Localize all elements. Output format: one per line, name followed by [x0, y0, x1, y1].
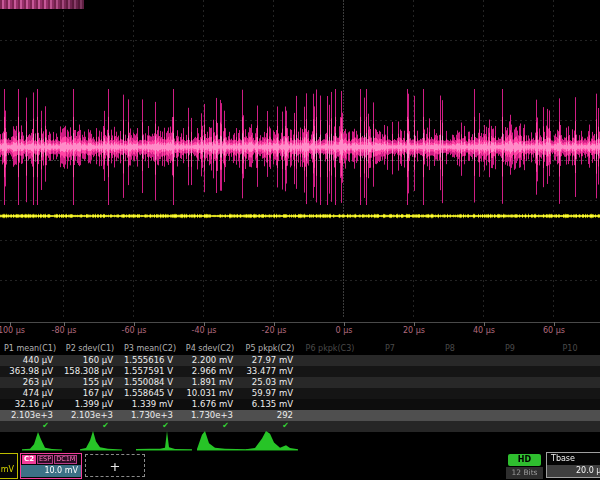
measurement-value — [480, 377, 540, 388]
measurement-value — [540, 355, 600, 366]
add-trace-button[interactable]: + — [85, 454, 145, 477]
hd-bits-label: 12 Bits — [506, 467, 543, 479]
measurement-value — [480, 399, 540, 410]
measurement-value — [420, 355, 480, 366]
measurement-value: 6.135 mV — [240, 399, 300, 410]
measurement-value: 474 µV — [0, 388, 60, 399]
measurement-value — [300, 388, 360, 399]
measurement-value: 1.558645 V — [120, 388, 180, 399]
param-header-2[interactable]: P2 sdev(C1) — [60, 342, 120, 355]
trace-annotation-badge — [0, 0, 84, 9]
measurement-value: 1.555616 V — [120, 355, 180, 366]
time-axis-line — [0, 322, 600, 323]
measurement-value — [540, 377, 600, 388]
measurement-value — [300, 410, 360, 421]
measurement-value: 2.103e+3 — [0, 410, 60, 421]
timebase-label: Tbase — [547, 453, 600, 465]
param-header-10[interactable]: P10 — [540, 342, 600, 355]
param-header-5[interactable]: P5 pkpk(C2) — [240, 342, 300, 355]
time-axis-label: -100 µs — [0, 326, 25, 335]
time-axis: -100 µs-80 µs-60 µs-40 µs-20 µs0 µs20 µs… — [0, 318, 600, 342]
time-axis-label: -20 µs — [262, 326, 287, 335]
measurement-value: 292 — [240, 410, 300, 421]
param-header-3[interactable]: P3 mean(C2) — [120, 342, 180, 355]
measurement-value: 1.557591 V — [120, 366, 180, 377]
measurement-value: 2.200 mV — [180, 355, 240, 366]
measurement-value: 25.03 mV — [240, 377, 300, 388]
time-axis-label: 20 µs — [403, 326, 425, 335]
measurement-value — [420, 366, 480, 377]
measurement-value: 158.308 µV — [60, 366, 120, 377]
measurement-value: 33.477 mV — [240, 366, 300, 377]
measurement-value: 155 µV — [60, 377, 120, 388]
channel-c1-descriptor[interactable]: C1 DC1M 10.0 mV — [0, 453, 18, 479]
measurement-value — [360, 399, 420, 410]
time-axis-label: -40 µs — [192, 326, 217, 335]
measurement-value — [480, 410, 540, 421]
measurement-value — [300, 355, 360, 366]
time-axis-label: 0 µs — [336, 326, 353, 335]
measurement-value: 32.16 µV — [0, 399, 60, 410]
channel-c2-descriptor[interactable]: C2 ESP DC1M 10.0 mV — [20, 453, 82, 479]
measurement-value — [420, 399, 480, 410]
oscilloscope-screen: -100 µs-80 µs-60 µs-40 µs-20 µs0 µs20 µs… — [0, 0, 600, 480]
measurement-value — [300, 377, 360, 388]
measurement-value — [540, 410, 600, 421]
measurement-value: 263 µV — [0, 377, 60, 388]
param-header-7[interactable]: P7 — [360, 342, 420, 355]
measurement-value — [540, 388, 600, 399]
measurement-value: 1.339 mV — [120, 399, 180, 410]
measurement-value: 1.676 mV — [180, 399, 240, 410]
measurement-value: 363.98 µV — [0, 366, 60, 377]
c1-vertical-scale: 10.0 mV — [0, 464, 17, 476]
param-header-8[interactable]: P8 — [420, 342, 480, 355]
measurement-value: 2.103e+3 — [60, 410, 120, 421]
measurement-value — [480, 366, 540, 377]
time-axis-label: -80 µs — [52, 326, 77, 335]
measurement-value — [480, 355, 540, 366]
measurement-value: 1.730e+3 — [120, 410, 180, 421]
waveform-grid[interactable] — [0, 0, 600, 318]
measurement-value — [420, 377, 480, 388]
time-axis-label: 60 µs — [543, 326, 565, 335]
measurement-value — [420, 410, 480, 421]
measurement-value — [360, 410, 420, 421]
param-header-9[interactable]: P9 — [480, 342, 540, 355]
measurement-value — [540, 399, 600, 410]
hd-mode-badge[interactable]: HD — [508, 454, 541, 466]
measurement-value — [360, 377, 420, 388]
timebase-descriptor[interactable]: Tbase 20.0 µs — [546, 452, 600, 478]
measurement-value — [300, 366, 360, 377]
param-header-4[interactable]: P4 sdev(C2) — [180, 342, 240, 355]
measurement-value: 440 µV — [0, 355, 60, 366]
param-header-1[interactable]: P1 mean(C1) — [0, 342, 60, 355]
measurement-value — [360, 366, 420, 377]
measurement-table: P1 mean(C1)P2 sdev(C1)P3 mean(C2)P4 sdev… — [0, 342, 600, 432]
measurement-value: 1.891 mV — [180, 377, 240, 388]
bottom-bar: C1 DC1M 10.0 mV C2 ESP DC1M 10.0 mV + HD… — [0, 451, 600, 480]
c2-label: C2 — [22, 455, 36, 464]
measurement-value: 1.730e+3 — [180, 410, 240, 421]
c2-vertical-scale: 10.0 mV — [21, 465, 81, 477]
measurement-value: 2.966 mV — [180, 366, 240, 377]
measurement-value — [420, 388, 480, 399]
measurement-value: 1.399 µV — [60, 399, 120, 410]
c2-tag-coupling: DC1M — [54, 455, 77, 464]
measurement-value — [360, 388, 420, 399]
time-axis-label: -60 µs — [122, 326, 147, 335]
c2-tag-esp: ESP — [37, 455, 53, 464]
measurement-histicons — [0, 429, 600, 453]
measurement-value: 10.031 mV — [180, 388, 240, 399]
param-header-6[interactable]: P6 pkpk(C3) — [300, 342, 360, 355]
measurement-value — [540, 366, 600, 377]
measurement-value: 1.550084 V — [120, 377, 180, 388]
measurement-value — [360, 355, 420, 366]
measurement-value: 59.97 mV — [240, 388, 300, 399]
timebase-value: 20.0 µs — [547, 465, 600, 477]
measurement-value — [480, 388, 540, 399]
measurement-value — [300, 399, 360, 410]
measurement-value: 27.97 mV — [240, 355, 300, 366]
measurement-value: 160 µV — [60, 355, 120, 366]
time-axis-label: 40 µs — [473, 326, 495, 335]
measurement-value: 167 µV — [60, 388, 120, 399]
